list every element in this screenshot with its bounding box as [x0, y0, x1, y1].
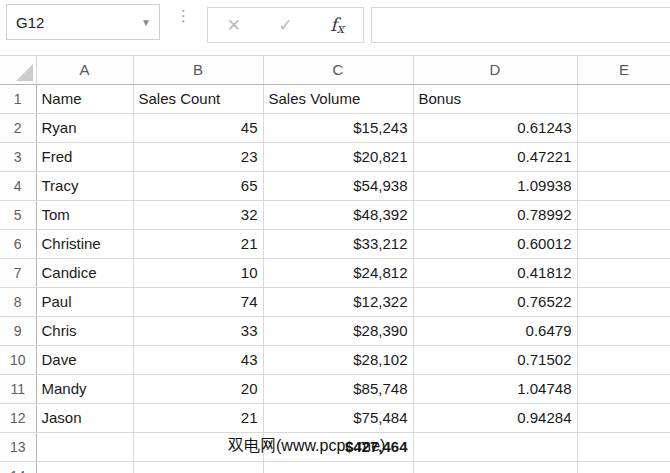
cell-D4[interactable]: 1.09938	[413, 171, 577, 200]
cell-D9[interactable]: 0.6479	[413, 316, 577, 345]
cell-C14[interactable]	[263, 461, 413, 473]
cell-E5[interactable]	[577, 200, 670, 229]
column-header-A[interactable]: A	[36, 56, 133, 84]
row-header-2[interactable]: 2	[0, 113, 36, 142]
cell-B9[interactable]: 33	[133, 316, 263, 345]
cell-D5[interactable]: 0.78992	[413, 200, 577, 229]
cell-A6[interactable]: Christine	[36, 229, 133, 258]
cell-E1[interactable]	[577, 84, 670, 113]
cell-A5[interactable]: Tom	[36, 200, 133, 229]
row-header-13[interactable]: 13	[0, 432, 36, 461]
cell-A3[interactable]: Fred	[36, 142, 133, 171]
cell-A10[interactable]: Dave	[36, 345, 133, 374]
cell-D2[interactable]: 0.61243	[413, 113, 577, 142]
cell-C1[interactable]: Sales Volume	[263, 84, 413, 113]
row-header-10[interactable]: 10	[0, 345, 36, 374]
cell-C11[interactable]: $85,748	[263, 374, 413, 403]
cell-E7[interactable]	[577, 258, 670, 287]
cell-E4[interactable]	[577, 171, 670, 200]
cell-A7[interactable]: Candice	[36, 258, 133, 287]
cell-B13[interactable]	[133, 432, 263, 461]
formula-bar-input[interactable]	[371, 7, 670, 43]
cell-E2[interactable]	[577, 113, 670, 142]
cell-B11[interactable]: 20	[133, 374, 263, 403]
cell-C7[interactable]: $24,812	[263, 258, 413, 287]
row-header-4[interactable]: 4	[0, 171, 36, 200]
cell-B6[interactable]: 21	[133, 229, 263, 258]
cell-D8[interactable]: 0.76522	[413, 287, 577, 316]
row-header-11[interactable]: 11	[0, 374, 36, 403]
row-header-3[interactable]: 3	[0, 142, 36, 171]
cell-A2[interactable]: Ryan	[36, 113, 133, 142]
enter-icon[interactable]: ✓	[268, 15, 302, 36]
sheet-row-8: 8Paul74$12,3220.76522	[0, 287, 670, 316]
cell-D10[interactable]: 0.71502	[413, 345, 577, 374]
insert-function-icon[interactable]: fx	[320, 14, 354, 36]
cell-D6[interactable]: 0.60012	[413, 229, 577, 258]
row-header-7[interactable]: 7	[0, 258, 36, 287]
cell-D12[interactable]: 0.94284	[413, 403, 577, 432]
cell-E3[interactable]	[577, 142, 670, 171]
cell-B8[interactable]: 74	[133, 287, 263, 316]
cell-C13[interactable]: $427,464	[263, 432, 413, 461]
cell-D11[interactable]: 1.04748	[413, 374, 577, 403]
column-header-E[interactable]: E	[577, 56, 670, 84]
cell-A13[interactable]	[36, 432, 133, 461]
cell-A1[interactable]: Name	[36, 84, 133, 113]
cell-B12[interactable]: 21	[133, 403, 263, 432]
cell-D3[interactable]: 0.47221	[413, 142, 577, 171]
cell-C12[interactable]: $75,484	[263, 403, 413, 432]
fx-f: f	[330, 14, 337, 35]
cell-C5[interactable]: $48,392	[263, 200, 413, 229]
row-header-6[interactable]: 6	[0, 229, 36, 258]
cell-B5[interactable]: 32	[133, 200, 263, 229]
select-all-triangle-icon	[16, 64, 33, 81]
cell-E13[interactable]	[577, 432, 670, 461]
cell-A11[interactable]: Mandy	[36, 374, 133, 403]
cell-E10[interactable]	[577, 345, 670, 374]
name-box[interactable]: G12 ▼	[6, 4, 160, 40]
cell-A14[interactable]	[36, 461, 133, 473]
cell-B7[interactable]: 10	[133, 258, 263, 287]
cell-C10[interactable]: $28,102	[263, 345, 413, 374]
cell-B1[interactable]: Sales Count	[133, 84, 263, 113]
cell-A8[interactable]: Paul	[36, 287, 133, 316]
cancel-icon[interactable]: ✕	[217, 15, 251, 36]
cell-D1[interactable]: Bonus	[413, 84, 577, 113]
name-box-dropdown-icon[interactable]: ▼	[141, 17, 151, 28]
row-header-9[interactable]: 9	[0, 316, 36, 345]
cell-B4[interactable]: 65	[133, 171, 263, 200]
cell-C3[interactable]: $20,821	[263, 142, 413, 171]
cell-C6[interactable]: $33,212	[263, 229, 413, 258]
cell-E9[interactable]	[577, 316, 670, 345]
cell-C9[interactable]: $28,390	[263, 316, 413, 345]
cell-C2[interactable]: $15,243	[263, 113, 413, 142]
row-header-14[interactable]: 14	[0, 461, 36, 473]
cell-E12[interactable]	[577, 403, 670, 432]
cell-E8[interactable]	[577, 287, 670, 316]
row-header-5[interactable]: 5	[0, 200, 36, 229]
cell-E11[interactable]	[577, 374, 670, 403]
cell-A4[interactable]: Tracy	[36, 171, 133, 200]
cell-B2[interactable]: 45	[133, 113, 263, 142]
cell-E14[interactable]	[577, 461, 670, 473]
row-header-1[interactable]: 1	[0, 84, 36, 113]
row-header-8[interactable]: 8	[0, 287, 36, 316]
cell-A12[interactable]: Jason	[36, 403, 133, 432]
cell-B14[interactable]	[133, 461, 263, 473]
formula-toolbar: G12 ▼ ⋮ ✕ ✓ fx	[0, 0, 670, 55]
column-header-B[interactable]: B	[133, 56, 263, 84]
cell-A9[interactable]: Chris	[36, 316, 133, 345]
cell-C8[interactable]: $12,322	[263, 287, 413, 316]
cell-C4[interactable]: $54,938	[263, 171, 413, 200]
column-header-C[interactable]: C	[263, 56, 413, 84]
cell-E6[interactable]	[577, 229, 670, 258]
column-header-D[interactable]: D	[413, 56, 577, 84]
cell-D7[interactable]: 0.41812	[413, 258, 577, 287]
row-header-12[interactable]: 12	[0, 403, 36, 432]
select-all-corner[interactable]	[0, 56, 36, 84]
cell-B3[interactable]: 23	[133, 142, 263, 171]
cell-B10[interactable]: 43	[133, 345, 263, 374]
cell-D13[interactable]	[413, 432, 577, 461]
cell-D14[interactable]	[413, 461, 577, 473]
